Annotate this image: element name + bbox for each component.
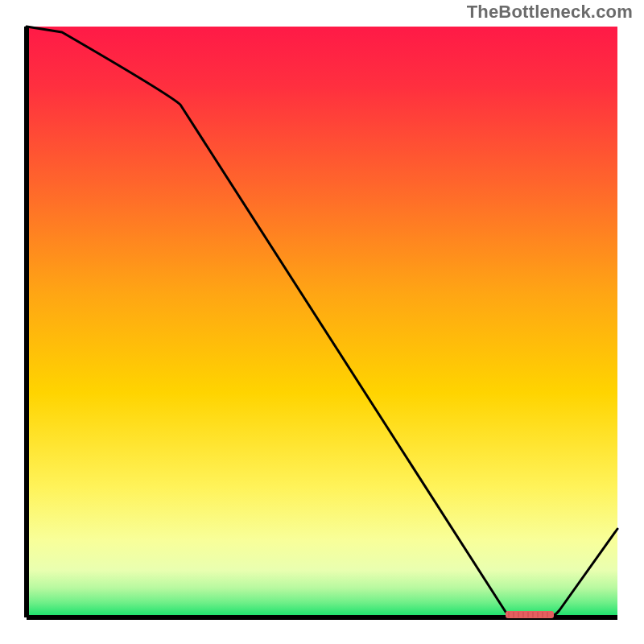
watermark-text: TheBottleneck.com — [467, 2, 633, 23]
plot-background — [27, 27, 617, 617]
bottleneck-chart — [0, 0, 644, 644]
optimal-range-marker — [506, 611, 554, 618]
chart-container: TheBottleneck.com — [0, 0, 644, 644]
